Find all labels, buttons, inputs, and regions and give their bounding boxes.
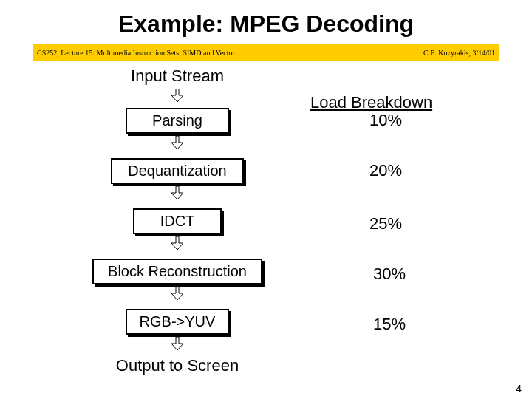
stage-block: Block Reconstruction (92, 259, 262, 284)
stage-idct: IDCT (133, 208, 222, 234)
pct-block: 30% (373, 265, 406, 284)
pct-dequant: 20% (369, 161, 402, 180)
pct-parsing: 10% (369, 111, 402, 130)
arrow-icon (171, 236, 183, 250)
bar-right-text: C.E. Kozyrakis, 3/14/01 (423, 49, 495, 57)
slide-title: Example: MPEG Decoding (0, 10, 532, 38)
page-number: 4 (516, 383, 522, 395)
arrow-icon (171, 89, 183, 102)
stage-dequant: Dequantization (111, 158, 244, 184)
stage-rgbyuv: RGB->YUV (126, 309, 229, 335)
arrow-icon (171, 186, 183, 200)
slide: Example: MPEG Decoding CS252, Lecture 15… (0, 0, 532, 399)
arrow-icon (171, 337, 183, 350)
load-breakdown-heading: Load Breakdown (310, 93, 432, 112)
pct-rgbyuv: 15% (373, 315, 406, 334)
header-bar: CS252, Lecture 15: Multimedia Instructio… (33, 44, 499, 61)
bar-left-text: CS252, Lecture 15: Multimedia Instructio… (37, 49, 235, 57)
arrow-icon (171, 287, 183, 300)
stage-parsing: Parsing (126, 108, 229, 134)
pct-idct: 25% (369, 214, 402, 233)
output-label: Output to Screen (96, 356, 259, 375)
arrow-icon (171, 136, 183, 149)
input-stream-label: Input Stream (96, 66, 259, 86)
